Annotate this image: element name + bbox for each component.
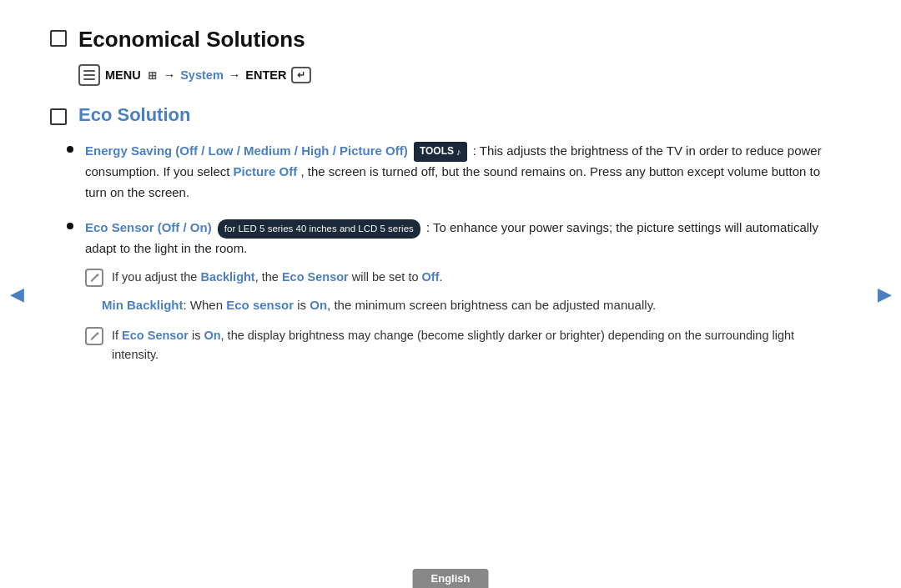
picture-off-link: Picture Off [234, 164, 298, 178]
energy-saving-link: Energy Saving (Off / Low / Medium / High… [85, 143, 408, 158]
note-icon-1 [85, 269, 103, 287]
arrow2: → [229, 68, 241, 82]
tools-label: TOOLS [420, 143, 454, 160]
note-row-2: If Eco Sensor is On, the display brightn… [85, 326, 826, 364]
svg-rect-1 [83, 74, 95, 76]
note-text-1: If you adjust the Backlight, the Eco Sen… [112, 268, 443, 287]
eco-sensor-ref1: Eco Sensor [282, 270, 349, 284]
eco-checkbox-icon [50, 108, 67, 125]
menu-path: MENU ⊞ → System → ENTER ↵ [78, 64, 826, 86]
eco-title: Eco Solution [78, 104, 190, 126]
tools-badge: TOOLS ♪ [414, 142, 467, 162]
eco-sensor-link: Eco Sensor (Off / On) [85, 220, 212, 234]
svg-rect-0 [83, 70, 95, 72]
eco-sensor-ref3: Eco Sensor [122, 329, 189, 342]
bullet-dot-1 [67, 146, 73, 153]
page-content: Economical Solutions MENU ⊞ → System → E… [0, 0, 901, 405]
series-badge: for LED 5 series 40 inches and LCD 5 ser… [218, 219, 420, 239]
arrow1: → [164, 68, 176, 82]
on-ref2: On [204, 329, 220, 342]
nav-arrow-right[interactable]: ▶ [873, 283, 896, 306]
bullet-item-eco-sensor: Eco Sensor (Off / On) for LED 5 series 4… [67, 218, 826, 373]
bullet-item-energy-saving: Energy Saving (Off / Low / Medium / High… [67, 141, 826, 203]
note-icon-2 [85, 327, 103, 345]
min-backlight-label: Min Backlight [102, 298, 184, 312]
menu-word: MENU [105, 68, 141, 82]
bullet-dot-2 [67, 223, 73, 229]
menu-icon [78, 64, 100, 86]
off-ref1: Off [422, 270, 440, 284]
on-ref1: On [310, 298, 327, 312]
enter-icon: ↵ [291, 67, 311, 83]
energy-saving-content: Energy Saving (Off / Low / Medium / High… [85, 141, 826, 203]
menu-system: System [180, 68, 224, 82]
main-section-heading: Economical Solutions [50, 27, 826, 53]
footer-language: English [413, 569, 489, 588]
eco-sensor-content: Eco Sensor (Off / On) for LED 5 series 4… [85, 218, 826, 373]
nav-arrow-left[interactable]: ◀ [5, 283, 28, 306]
menu-grid: ⊞ [148, 69, 157, 82]
bullet-list: Energy Saving (Off / Low / Medium / High… [67, 141, 826, 373]
backlight-link: Backlight [200, 270, 254, 284]
min-backlight-row: Min Backlight: When Eco sensor is On, th… [102, 295, 826, 316]
note-text-2: If Eco Sensor is On, the display brightn… [112, 326, 826, 364]
note-row-1: If you adjust the Backlight, the Eco Sen… [85, 268, 826, 287]
tools-note-icon: ♪ [456, 144, 461, 159]
enter-word: ENTER [245, 68, 286, 82]
eco-sensor-ref2: Eco sensor [226, 298, 294, 312]
checkbox-icon [50, 30, 67, 47]
svg-rect-2 [83, 78, 95, 80]
main-title: Economical Solutions [78, 27, 305, 53]
eco-section-heading: Eco Solution [50, 104, 826, 126]
